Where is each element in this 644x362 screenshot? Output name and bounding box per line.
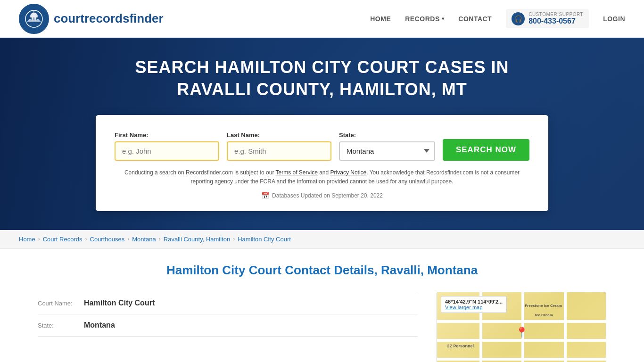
search-button[interactable]: SEARCH NOW (443, 139, 529, 161)
hero-section: SEARCH HAMILTON CITY COURT CASES IN RAVA… (0, 38, 644, 230)
map-store-freestone: Freestone Ice Cream (525, 304, 562, 308)
court-name-label: Court Name: (38, 300, 80, 307)
map-container: Maria's Freestone Ice Cream Ice Cream 2Z… (437, 292, 606, 362)
db-updated-text: Databases Updated on September 20, 2022 (272, 192, 383, 199)
nav-records[interactable]: RECORDS ▾ (405, 15, 444, 23)
logo-normal: courtrecords (54, 11, 129, 25)
state-row: State: Montana (38, 314, 418, 337)
first-name-input[interactable] (115, 141, 219, 161)
calendar-icon: 📅 (261, 192, 269, 199)
first-name-group: First Name: (115, 132, 219, 161)
breadcrumb: Home › Court Records › Courthouses › Mon… (0, 230, 644, 249)
support-number: 800-433-0567 (528, 17, 583, 25)
breadcrumb-sep-2: › (85, 236, 87, 242)
details-map-row: Court Name: Hamilton City Court State: M… (38, 292, 606, 362)
breadcrumb-current: Hamilton City Court (238, 236, 291, 243)
svg-rect-6 (33, 17, 34, 20)
state-detail-value: Montana (84, 321, 115, 329)
headset-icon: 🎧 (512, 12, 525, 25)
support-box: 🎧 CUSTOMER SUPPORT 800-433-0567 (506, 9, 589, 28)
search-card: First Name: Last Name: State: Montana SE… (96, 115, 548, 211)
breadcrumb-ravalli[interactable]: Ravalli County, Hamilton (164, 236, 230, 243)
last-name-input[interactable] (227, 141, 331, 161)
main-nav: HOME RECORDS ▾ CONTACT 🎧 CUSTOMER SUPPOR… (370, 9, 625, 28)
support-text: CUSTOMER SUPPORT 800-433-0567 (528, 12, 583, 25)
breadcrumb-sep-3: › (127, 236, 129, 242)
section-title: Hamilton City Court Contact Details, Rav… (38, 263, 606, 278)
hero-title: SEARCH HAMILTON CITY COURT CASES IN RAVA… (110, 57, 534, 101)
breadcrumb-montana[interactable]: Montana (132, 236, 156, 243)
state-detail-label: State: (38, 322, 80, 329)
nav-contact[interactable]: CONTACT (458, 15, 492, 23)
nav-home[interactable]: HOME (370, 15, 391, 23)
last-name-label: Last Name: (227, 132, 331, 139)
map-view-larger-link[interactable]: View larger map (445, 304, 503, 310)
db-updated: 📅 Databases Updated on September 20, 202… (115, 192, 529, 199)
details-section: Court Name: Hamilton City Court State: M… (38, 292, 418, 362)
support-label: CUSTOMER SUPPORT (528, 12, 583, 17)
search-fields: First Name: Last Name: State: Montana SE… (115, 132, 529, 161)
state-select[interactable]: Montana (339, 141, 435, 161)
chevron-down-icon: ▾ (442, 16, 445, 21)
svg-rect-3 (28, 20, 40, 21)
court-name-row: Court Name: Hamilton City Court (38, 292, 418, 314)
main-content: Hamilton City Court Contact Details, Rav… (0, 249, 644, 362)
map-pin: 📍 (515, 327, 528, 339)
svg-rect-5 (31, 17, 32, 20)
header: courtrecordsfinder HOME RECORDS ▾ CONTAC… (0, 0, 644, 38)
map-coords: 46°14'42.9"N 114°09'2... (445, 299, 503, 304)
breadcrumb-sep-5: › (233, 236, 235, 242)
state-label: State: (339, 132, 435, 139)
map-visual: Maria's Freestone Ice Cream Ice Cream 2Z… (437, 292, 606, 362)
first-name-label: First Name: (115, 132, 219, 139)
last-name-group: Last Name: (227, 132, 331, 161)
breadcrumb-home[interactable]: Home (19, 236, 35, 243)
map-section: Maria's Freestone Ice Cream Ice Cream 2Z… (437, 292, 606, 362)
search-disclaimer: Conducting a search on Recordsfinder.com… (115, 168, 529, 186)
logo-icon (19, 4, 49, 34)
breadcrumb-sep-4: › (159, 236, 161, 242)
state-group: State: Montana (339, 132, 435, 161)
breadcrumb-courthouses[interactable]: Courthouses (90, 236, 125, 243)
map-store-icecream: Ice Cream (535, 313, 553, 317)
map-store-personnel: 2Z Personnel (447, 344, 474, 348)
terms-link[interactable]: Terms of Service (276, 169, 318, 176)
breadcrumb-sep-1: › (38, 236, 40, 242)
court-name-value: Hamilton City Court (84, 299, 155, 307)
map-label-box: 46°14'42.9"N 114°09'2... View larger map (441, 296, 507, 313)
breadcrumb-court-records[interactable]: Court Records (43, 236, 83, 243)
logo-text: courtrecordsfinder (54, 11, 164, 26)
logo-area: courtrecordsfinder (19, 4, 164, 34)
login-button[interactable]: LOGIN (603, 15, 625, 23)
privacy-link[interactable]: Privacy Notice (330, 169, 367, 176)
svg-rect-7 (36, 17, 37, 20)
svg-rect-4 (27, 21, 41, 22)
logo-bold: finder (129, 11, 163, 25)
